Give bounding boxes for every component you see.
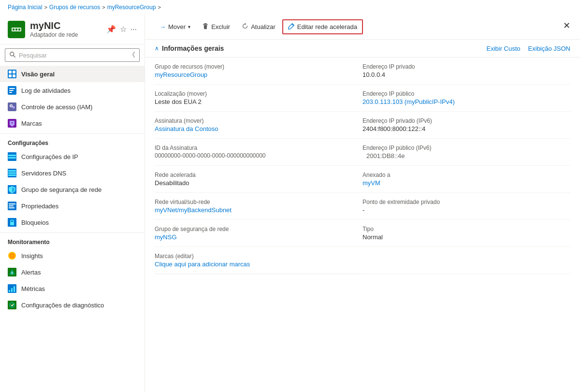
editar-marcas-link[interactable]: editar	[177, 253, 192, 260]
pin-icon[interactable]: 📌	[106, 25, 116, 34]
sidebar-item-metricas-label: Métricas	[21, 285, 45, 292]
search-input[interactable]	[19, 52, 126, 59]
exibir-custo-link[interactable]: Exibir Custo	[487, 45, 521, 52]
my-resource-group-link[interactable]: myResourceGroup	[155, 71, 207, 78]
section-configuracoes: Configurações	[0, 133, 145, 148]
section-monitoramento: Monitoramento	[0, 232, 145, 247]
info-localizacao-label: Localização (mover)	[155, 90, 353, 97]
sidebar-item-controle-acesso[interactable]: Controle de acesso (IAM)	[0, 99, 145, 115]
resource-name: myNIC	[30, 20, 102, 31]
svg-point-41	[12, 274, 13, 275]
resource-subtitle: Adaptador de rede	[30, 31, 102, 38]
info-grupo-recursos: Grupo de recursos (mover) myResourceGrou…	[155, 58, 362, 85]
breadcrumb-home[interactable]: Página Inicial	[8, 4, 42, 11]
svg-rect-43	[9, 290, 10, 292]
info-ip-publico-label: Endereço IP público	[362, 90, 561, 97]
sidebar-item-bloq-label: Bloqueios	[21, 219, 49, 226]
breadcrumb: Página Inicial > Grupos de recursos > my…	[0, 0, 580, 15]
info-endereco-ip-publico: Endereço IP público 203.0.113.103 (myPub…	[362, 85, 570, 112]
sidebar-item-visao-geral[interactable]: Visão geral	[0, 66, 145, 82]
sidebar-item-marcas[interactable]: Marcas	[0, 115, 145, 131]
breadcrumb-sep-1: >	[44, 4, 47, 10]
sidebar-item-config-ip[interactable]: Configurações de IP	[0, 148, 145, 165]
myvm-link[interactable]: myVM	[362, 179, 380, 187]
info-marcas: Marcas (editar) Clique aqui para adicion…	[155, 247, 362, 274]
sidebar-item-servidores-dns[interactable]: Servidores DNS	[0, 165, 145, 181]
sidebar-item-bloqueios[interactable]: Bloqueios	[0, 214, 145, 231]
sidebar-item-grupo-seguranca[interactable]: Grupo de segurança de rede	[0, 181, 145, 198]
svg-rect-31	[9, 203, 15, 204]
insights-icon	[8, 251, 16, 260]
mover-localizacao-link[interactable]: mover	[189, 90, 205, 97]
info-ip-publico-value: 203.0.113.103 (myPublicIP-IPv4)	[362, 98, 561, 105]
mover-button[interactable]: → Mover ▾	[155, 21, 195, 33]
info-grupo-seguranca-label: Grupo de segurança de rede	[155, 226, 353, 232]
info-grupo-seguranca: Grupo de segurança de rede myNSG	[155, 220, 362, 247]
info-tipo-label: Tipo	[362, 226, 561, 232]
breadcrumb-resource-group[interactable]: myResourceGroup	[107, 4, 156, 11]
editar-rede-button[interactable]: Editar rede acelerada	[282, 19, 363, 34]
sidebar-item-metricas[interactable]: Métricas	[0, 280, 145, 297]
mynsg-link[interactable]: myNSG	[155, 233, 177, 241]
info-ponto-extremidade-value: -	[362, 206, 561, 214]
editar-icon	[288, 23, 295, 31]
collapse-icon[interactable]: 《	[129, 51, 135, 59]
alertas-icon	[8, 268, 16, 276]
info-tipo: Tipo Normal	[362, 220, 570, 247]
sidebar-item-insights[interactable]: Insights	[0, 247, 145, 264]
info-rede-virtual-value: myVNet/myBackendSubnet	[155, 206, 353, 214]
excluir-button[interactable]: Excluir	[197, 20, 235, 33]
info-anexado-a: Anexado a myVM	[362, 166, 570, 193]
svg-point-17	[13, 106, 15, 109]
sidebar-item-nsg-label: Grupo de segurança de rede	[21, 186, 102, 193]
svg-rect-33	[9, 207, 14, 208]
sidebar-item-marcas-label: Marcas	[21, 120, 42, 127]
breadcrumb-grupos[interactable]: Grupos de recursos	[49, 4, 100, 11]
exibicao-json-link[interactable]: Exibição JSON	[528, 45, 570, 52]
section-collapse-icon[interactable]: ∧	[155, 45, 159, 52]
excluir-label: Excluir	[211, 23, 230, 30]
resource-icon	[8, 21, 25, 38]
ip-publico-link[interactable]: 203.0.113.103 (myPublicIP-IPv4)	[362, 98, 455, 105]
sidebar-item-propriedades[interactable]: Propriedades	[0, 198, 145, 214]
info-tipo-value: Normal	[362, 233, 561, 241]
dns-icon	[8, 169, 16, 177]
search-icon	[9, 51, 16, 59]
vnet-link[interactable]: myVNet/myBackendSubnet	[155, 206, 232, 214]
info-empty	[362, 247, 570, 274]
sidebar-item-insights-label: Insights	[21, 252, 43, 260]
info-rede-virtual: Rede virtual/sub-rede myVNet/myBackendSu…	[155, 193, 362, 220]
info-ip-privado-label: Endereço IP privado	[362, 63, 561, 70]
config-ip-icon	[8, 152, 16, 161]
info-rede-virtual-label: Rede virtual/sub-rede	[155, 199, 353, 205]
metricas-icon	[8, 284, 16, 293]
svg-rect-27	[8, 173, 16, 174]
close-button[interactable]: ✕	[559, 18, 574, 33]
sidebar-item-log-atividades[interactable]: Log de atividades	[0, 82, 145, 99]
mover-chevron-icon: ▾	[188, 24, 190, 29]
excluir-icon	[202, 23, 209, 31]
info-grupo-recursos-value: myResourceGroup	[155, 71, 353, 78]
svg-rect-49	[203, 24, 208, 25]
atualizar-icon	[242, 23, 248, 31]
sidebar-item-alertas[interactable]: Alertas	[0, 264, 145, 280]
sidebar-item-visao-geral-label: Visão geral	[21, 71, 55, 78]
svg-rect-48	[204, 23, 207, 24]
mover-assinatura-link[interactable]: mover	[186, 117, 202, 124]
atualizar-button[interactable]: Atualizar	[237, 20, 280, 33]
info-ip-publico-ipv6-value: 2001:DB8::4e	[362, 152, 561, 160]
sidebar-item-alertas-label: Alertas	[21, 269, 41, 276]
sidebar: myNIC Adaptador de rede 📌 ☆ ··· 《	[0, 15, 145, 392]
info-ip-privado-value: 10.0.0.4	[362, 71, 561, 78]
assinatura-link[interactable]: Assinatura da Contoso	[155, 125, 218, 132]
mover-grupo-link[interactable]: mover	[206, 63, 222, 70]
info-localizacao: Localização (mover) Leste dos EUA 2	[155, 85, 362, 112]
svg-rect-2	[15, 29, 17, 30]
sidebar-item-diag[interactable]: Configurações de diagnóstico	[0, 297, 145, 313]
adicionar-marcas-link[interactable]: Clique aqui para adicionar marcas	[155, 261, 250, 268]
svg-rect-35	[10, 222, 14, 225]
star-icon[interactable]: ☆	[120, 25, 127, 34]
info-marcas-label: Marcas (editar)	[155, 253, 353, 260]
more-icon[interactable]: ···	[130, 25, 137, 34]
breadcrumb-sep-3: >	[158, 4, 160, 10]
